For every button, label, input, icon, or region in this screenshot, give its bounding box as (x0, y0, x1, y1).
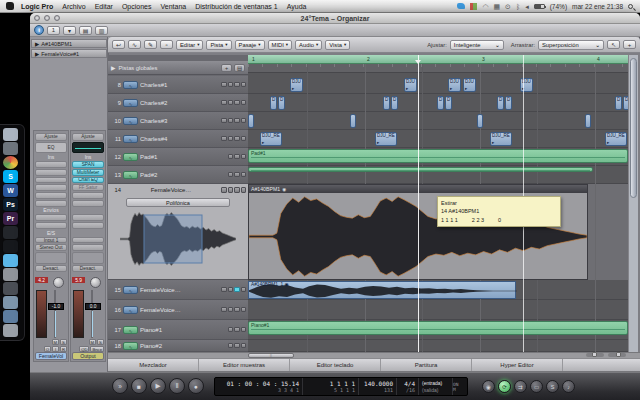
track-button[interactable] (234, 100, 240, 106)
wifi-icon[interactable]: ◠ (482, 3, 488, 10)
tab-hyper-editor[interactable]: Hyper Editor (472, 359, 563, 371)
pencil-button[interactable]: ✎ (144, 40, 157, 49)
pencil-tool-button[interactable]: + (623, 40, 636, 49)
insert-slot[interactable] (35, 184, 67, 191)
insert-slot[interactable] (35, 177, 67, 184)
vertical-zoom-slider[interactable] (608, 353, 626, 357)
track-button[interactable] (228, 187, 234, 193)
play-button[interactable]: ▶ (150, 378, 166, 394)
back-button[interactable]: ↩ (112, 40, 125, 49)
track-button[interactable] (241, 154, 247, 160)
track-button[interactable] (241, 136, 247, 142)
word-icon[interactable]: W (3, 184, 18, 197)
track-button[interactable] (228, 118, 234, 124)
strip-button-bnce[interactable]: Bnce (90, 346, 104, 352)
region-D[interactable]: D (391, 96, 398, 110)
track-row-selected[interactable]: 14FemaleVoice…Polifónica (108, 184, 248, 280)
region-D[interactable]: D (445, 96, 452, 110)
deactivate-button[interactable]: Desact. (72, 265, 104, 273)
track-button[interactable] (241, 287, 247, 293)
strip-button-r[interactable]: R (60, 346, 67, 352)
insert-slot[interactable]: Chan EQ (72, 177, 104, 184)
menu-item-logic-pro[interactable]: Logic Pro (21, 3, 53, 10)
monitor-button[interactable]: ◉ (482, 380, 495, 393)
trash-icon[interactable] (3, 324, 18, 337)
track-button[interactable] (221, 82, 227, 88)
send-slot[interactable] (72, 222, 104, 229)
solo-button[interactable]: S (546, 380, 559, 393)
forward-button[interactable]: » (112, 378, 128, 394)
app-icon-dark-1[interactable] (3, 226, 18, 239)
canvas-track-lane-10[interactable] (248, 112, 628, 130)
battery-icon[interactable] (534, 4, 545, 9)
track-button[interactable] (228, 154, 234, 160)
track-button[interactable] (221, 118, 227, 124)
track-button[interactable] (241, 187, 247, 193)
region-D[interactable]: D (383, 96, 390, 110)
region-DJU[interactable]: DJU▸ (520, 78, 533, 92)
canvas-track-lane-18[interactable] (248, 340, 628, 352)
insert-slot[interactable] (72, 200, 104, 207)
track-button[interactable] (234, 187, 240, 193)
fader-value[interactable]: -1.0 (48, 303, 64, 310)
pan-knob[interactable] (90, 277, 101, 288)
track-header[interactable]: 14FemaleVoice… (108, 184, 248, 196)
region-clip[interactable] (477, 114, 483, 128)
twitter-bird-icon[interactable] (457, 3, 465, 9)
global-tracks-header[interactable]: ▶ Pistas globales + ▤ (108, 61, 248, 75)
track-button[interactable] (234, 136, 240, 142)
arrange-menu-pasaje[interactable]: Pasaje▾ (235, 40, 265, 50)
track-row-16[interactable]: 16∿FemaleVoice… (108, 300, 248, 320)
channel-name-tag[interactable]: Output (72, 352, 104, 360)
autopunch-button[interactable]: ⇉ (514, 380, 527, 393)
lcd-time-signature[interactable]: 4/4 /16 (397, 378, 419, 395)
track-row-18[interactable]: 18∿Piano#2 (108, 340, 248, 352)
system-preferences-icon[interactable] (3, 142, 18, 155)
time-machine-icon[interactable]: ⊙ (505, 3, 511, 10)
track-button[interactable] (234, 327, 240, 333)
send-slot[interactable] (72, 214, 104, 221)
track-button[interactable] (228, 343, 234, 349)
track-button[interactable] (221, 136, 227, 142)
track-button[interactable] (234, 154, 240, 160)
menu-item-opciones[interactable]: Opciones (122, 3, 152, 10)
tab-editor-teclado[interactable]: Editor teclado (290, 359, 381, 371)
vertical-scrollbar[interactable] (628, 55, 638, 352)
track-row-15[interactable]: 15∿FemaleVoice… (108, 280, 248, 300)
folder-icon-1[interactable] (3, 296, 18, 309)
track-button[interactable] (241, 327, 247, 333)
track-button[interactable] (234, 287, 240, 293)
region-DJU[interactable]: DJU▸ (404, 78, 417, 92)
tab-mezclador[interactable]: Mezclador (108, 359, 199, 371)
track-button[interactable] (228, 287, 234, 293)
twitter-icon[interactable] (3, 254, 18, 267)
add-track-button[interactable]: + (221, 64, 232, 72)
strip-button-s[interactable]: S (60, 339, 67, 345)
strip-button-i[interactable]: I (52, 346, 59, 352)
menu-clock[interactable]: mar 22 ene 21:38 (572, 3, 623, 10)
region-D[interactable]: D (270, 96, 277, 110)
horizontal-zoom-slider[interactable] (586, 353, 604, 357)
bar-ruler[interactable]: 1234 (248, 55, 628, 64)
strip-button-o[interactable]: O (44, 346, 51, 352)
photos-app-icon[interactable] (3, 128, 18, 141)
drag-popup[interactable]: Superposición⌄ (538, 40, 604, 50)
chrome-icon[interactable] (3, 156, 18, 169)
track-button[interactable] (241, 172, 247, 178)
track-row-8[interactable]: 8∿Charles#1 (108, 76, 248, 94)
track-mode-button[interactable]: Polifónica (126, 198, 230, 207)
eq-thumbnail[interactable] (72, 142, 104, 154)
track-button[interactable] (241, 82, 247, 88)
track-button[interactable] (228, 82, 234, 88)
region-DJU[interactable]: DJU▸ (448, 78, 461, 92)
audio-region-femalevoice[interactable]: A#140BPM1_1 ◉ (248, 281, 516, 299)
io-slot[interactable]: Stereo Out (35, 244, 67, 251)
track-button[interactable] (221, 187, 227, 193)
track-button[interactable] (228, 327, 234, 333)
strip-button-m[interactable]: M (52, 339, 60, 345)
vertical-scroll-thumb[interactable] (630, 58, 637, 198)
track-parameters-header[interactable]: ▶FemaleVoice#1 (31, 49, 107, 58)
pause-button[interactable]: Ⅱ (169, 378, 185, 394)
printer-icon[interactable] (3, 268, 18, 281)
playhead[interactable] (418, 55, 419, 352)
